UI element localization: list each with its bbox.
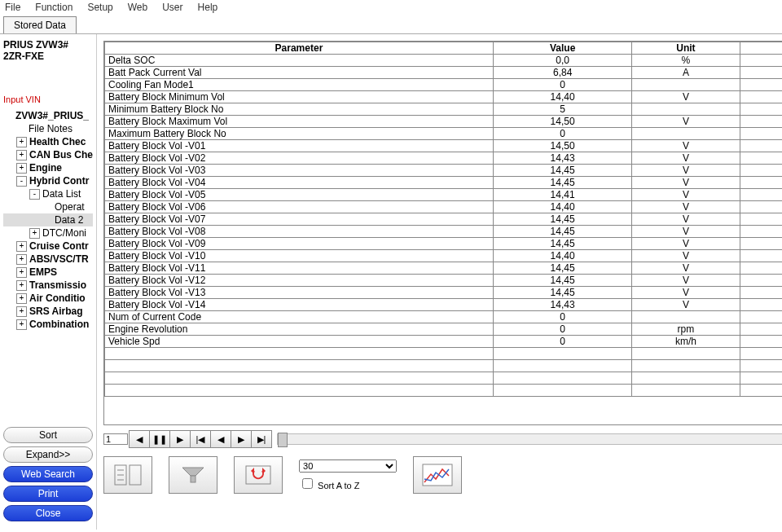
sort-button[interactable]: Sort — [3, 427, 93, 443]
expand-icon[interactable]: + — [16, 306, 27, 317]
table-row[interactable]: Battery Block Vol -V1214,45V — [105, 275, 782, 287]
tree-item[interactable]: -Hybrid Contr — [3, 174, 93, 187]
tree-item-label: CAN Bus Che — [29, 149, 93, 160]
cell: V — [632, 152, 740, 165]
cell — [740, 79, 782, 91]
cell: V — [632, 250, 740, 262]
table-row[interactable]: Battery Block Vol -V0214,43V — [105, 152, 782, 165]
cell — [740, 226, 782, 238]
tree-item[interactable]: +DTC/Moni — [3, 226, 93, 240]
tree-item-label: ABS/VSC/TR — [29, 253, 89, 265]
step-fwd-button[interactable]: ▶ — [231, 430, 252, 448]
menu-function[interactable]: Function — [35, 2, 72, 13]
table-row[interactable]: Battery Block Vol -V0614,40V — [105, 201, 782, 213]
table-row[interactable]: Battery Block Vol -V0314,45V — [105, 165, 782, 177]
table-row[interactable]: Delta SOC0,0% — [105, 55, 782, 67]
print-button[interactable]: Print — [3, 486, 93, 502]
frame-number: 1 — [103, 433, 128, 445]
tree-item[interactable]: +Health Chec — [3, 135, 93, 148]
tree-item[interactable]: -Data List — [3, 187, 93, 200]
tab-stored-data[interactable]: Stored Data — [3, 16, 77, 33]
split-columns-button[interactable] — [103, 456, 152, 494]
step-back-button[interactable]: ◀ — [210, 430, 231, 448]
menu-setup[interactable]: Setup — [87, 2, 112, 13]
collapse-icon[interactable]: - — [29, 189, 40, 200]
table-row[interactable]: Battery Block Vol -V1314,45V — [105, 287, 782, 299]
tree-item[interactable]: +Air Conditio — [3, 292, 93, 305]
table-row[interactable]: Engine Revolution0rpm — [105, 323, 782, 336]
tree-item[interactable]: +ABS/VSC/TR — [3, 253, 93, 266]
expand-icon[interactable]: + — [16, 254, 27, 265]
sort-a-to-z-checkbox[interactable] — [302, 478, 313, 489]
close-button[interactable]: Close — [3, 505, 93, 521]
table-row[interactable]: Cooling Fan Mode10 — [105, 79, 782, 91]
input-vin-label[interactable]: Input VIN — [3, 95, 93, 104]
table-row[interactable]: Num of Current Code0 — [105, 311, 782, 323]
cell: Battery Block Vol -V14 — [105, 299, 494, 311]
expand-icon[interactable]: + — [16, 293, 27, 304]
table-row[interactable]: Minimum Battery Block No5 — [105, 103, 782, 116]
table-row[interactable]: Battery Block Vol -V0514,41V — [105, 189, 782, 201]
menu-help[interactable]: Help — [198, 2, 218, 13]
tree-item[interactable]: +Transmissio — [3, 279, 93, 292]
refresh-button[interactable] — [234, 456, 283, 494]
expand-icon[interactable]: + — [16, 319, 27, 330]
table-row[interactable]: Battery Block Vol -V0414,45V — [105, 177, 782, 189]
expand-button[interactable]: Expand>> — [3, 446, 93, 463]
table-row[interactable]: Maximum Battery Block No0 — [105, 128, 782, 140]
filter-button[interactable] — [169, 456, 217, 494]
tree-item[interactable]: +SRS Airbag — [3, 305, 93, 318]
interval-select[interactable]: 30 — [299, 459, 397, 473]
skip-back-button[interactable]: |◀ — [190, 430, 211, 448]
expand-icon[interactable]: + — [16, 241, 27, 252]
cell: Battery Block Vol -V10 — [105, 250, 494, 262]
cell: 14,45 — [493, 165, 631, 177]
table-row[interactable]: Battery Block Vol -V1014,40V — [105, 250, 782, 262]
expand-icon[interactable]: + — [16, 280, 27, 291]
playback-slider[interactable] — [277, 433, 782, 445]
expand-icon[interactable]: + — [16, 267, 27, 278]
tree-item[interactable]: Data 2 — [3, 213, 93, 226]
cell: V — [632, 238, 740, 250]
table-row[interactable]: Battery Block Vol -V0114,50V — [105, 140, 782, 152]
tree-item[interactable]: ZVW3#_PRIUS_ — [3, 109, 93, 122]
expand-icon[interactable]: + — [16, 150, 27, 160]
table-row[interactable]: Battery Block Vol -V0814,45V — [105, 226, 782, 238]
table-row[interactable]: Battery Block Vol -V0714,45V — [105, 213, 782, 226]
sort-checkbox-row[interactable]: Sort A to Z — [299, 476, 397, 491]
table-row[interactable]: Battery Block Vol -V1114,45V — [105, 262, 782, 275]
menu-file[interactable]: File — [5, 2, 20, 13]
tree-item[interactable]: +Engine — [3, 161, 93, 174]
table-row[interactable]: Battery Block Vol -V1414,43V — [105, 299, 782, 311]
menu-web[interactable]: Web — [128, 2, 147, 13]
data-grid[interactable]: ParameterValueUnitParameterValueUnitDelt… — [103, 41, 782, 425]
cell: V — [632, 275, 740, 287]
tree-item[interactable]: File Notes — [3, 122, 93, 135]
tree-item-label: Combination — [29, 319, 89, 330]
pause-button[interactable]: ❚❚ — [149, 430, 170, 448]
tree-item[interactable]: +CAN Bus Che — [3, 148, 93, 161]
expand-icon[interactable]: + — [16, 163, 27, 174]
tree-item[interactable]: +Combination — [3, 318, 93, 331]
play-button[interactable]: ▶ — [169, 430, 191, 448]
graph-button[interactable] — [413, 456, 462, 494]
tree-item-label: ZVW3#_PRIUS_ — [15, 110, 89, 121]
tree-item[interactable]: Operat — [3, 200, 93, 213]
table-row[interactable]: Battery Block Minimum Vol14,40V — [105, 91, 782, 103]
table-row[interactable]: Battery Block Maximum Vol14,50V — [105, 116, 782, 128]
expand-icon[interactable]: + — [29, 228, 40, 239]
collapse-icon[interactable]: - — [16, 176, 27, 187]
web-search-button[interactable]: Web Search — [3, 466, 93, 482]
tree-item[interactable]: +Cruise Contr — [3, 240, 93, 253]
tree-item[interactable]: +EMPS — [3, 266, 93, 279]
tree-item-label: SRS Airbag — [29, 306, 83, 317]
menu-user[interactable]: User — [162, 2, 182, 13]
table-row[interactable]: Vehicle Spd0km/h — [105, 336, 782, 348]
prev-frame-button[interactable]: ◀ — [129, 430, 150, 448]
table-row[interactable]: Battery Block Vol -V0914,45V — [105, 238, 782, 250]
skip-fwd-button[interactable]: ▶| — [251, 430, 272, 448]
expand-icon[interactable]: + — [16, 137, 27, 147]
cell: 14,45 — [493, 238, 631, 250]
cell — [740, 238, 782, 250]
table-row[interactable]: Batt Pack Current Val6,84A — [105, 67, 782, 79]
